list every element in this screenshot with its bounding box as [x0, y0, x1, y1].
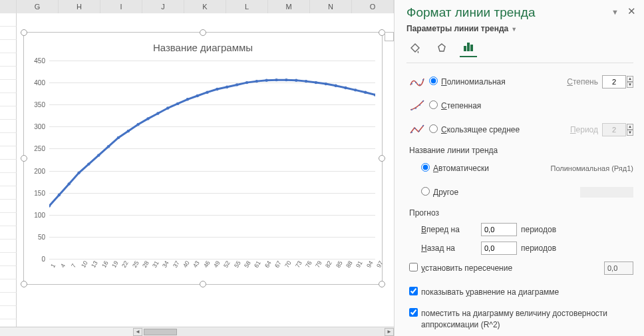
svg-point-31 — [354, 88, 357, 91]
spreadsheet-area: G H I J K L M N O Название диаграммы 050… — [0, 0, 394, 336]
resize-handle[interactable] — [21, 281, 27, 287]
resize-handle[interactable] — [379, 281, 385, 287]
show-r2-label[interactable]: поместить на диаграмму величину достовер… — [421, 308, 633, 331]
spin-up-icon[interactable]: ▲ — [627, 76, 633, 82]
column-headers: G H I J K L M N O — [0, 0, 394, 13]
svg-rect-36 — [470, 45, 473, 51]
show-eq-label[interactable]: показывать уравнение на диаграмме — [421, 287, 633, 297]
col-header[interactable]: O — [352, 0, 394, 13]
svg-point-27 — [315, 81, 317, 84]
power-label[interactable]: Степенная — [441, 101, 633, 110]
show-r2-checkbox[interactable] — [409, 308, 418, 317]
other-name-input[interactable] — [580, 187, 633, 198]
svg-point-11 — [156, 112, 159, 114]
name-auto-radio[interactable] — [421, 163, 430, 172]
poly-label[interactable]: Полиномиальная — [441, 77, 567, 86]
movavg-radio[interactable] — [429, 124, 438, 133]
fill-tab[interactable] — [406, 40, 424, 57]
svg-point-26 — [305, 80, 307, 83]
col-header[interactable]: G — [17, 0, 59, 13]
resize-handle[interactable] — [379, 155, 385, 162]
poly-radio[interactable] — [429, 77, 438, 85]
scroll-right-icon[interactable]: ► — [385, 328, 394, 336]
effects-tab[interactable] — [433, 40, 450, 57]
svg-point-37 — [411, 83, 412, 84]
svg-point-46 — [414, 128, 416, 129]
intercept-checkbox[interactable] — [409, 263, 418, 271]
pane-title: Формат линии тренда — [406, 5, 633, 20]
resize-handle[interactable] — [21, 29, 27, 36]
forecast-section-title: Прогноз — [409, 208, 633, 218]
svg-point-9 — [136, 123, 139, 126]
svg-point-7 — [117, 136, 120, 139]
svg-point-23 — [275, 79, 277, 81]
close-icon[interactable]: ✕ — [627, 5, 636, 17]
svg-point-22 — [265, 79, 267, 82]
pane-subtitle[interactable]: Параметры линии тренда▼ — [406, 24, 633, 33]
svg-point-14 — [186, 98, 189, 100]
col-header[interactable]: L — [226, 0, 268, 13]
svg-point-42 — [415, 108, 416, 109]
col-header[interactable]: N — [310, 0, 352, 13]
movavg-label[interactable]: Скользящее среднее — [441, 125, 570, 134]
period-input — [602, 123, 626, 136]
svg-point-20 — [245, 81, 248, 84]
svg-rect-34 — [464, 46, 466, 51]
x-axis: 1471013161922252831343740434649525558616… — [49, 259, 375, 284]
svg-point-32 — [364, 90, 367, 93]
chart-object[interactable]: Название диаграммы 050100150200250300350… — [23, 32, 383, 285]
svg-point-15 — [196, 94, 199, 97]
svg-point-38 — [415, 82, 416, 83]
y-axis: 050100150200250300350400450 — [24, 61, 48, 257]
svg-point-39 — [419, 84, 420, 85]
plot-area[interactable] — [49, 61, 375, 257]
forward-input[interactable] — [481, 223, 517, 236]
backward-input[interactable] — [481, 242, 517, 255]
show-eq-checkbox[interactable] — [409, 287, 418, 295]
name-auto-label[interactable]: Автоматически — [433, 164, 550, 173]
intercept-label[interactable]: установить пересечение — [421, 263, 604, 273]
svg-point-10 — [146, 117, 149, 120]
col-header[interactable]: I — [100, 0, 142, 13]
svg-point-18 — [226, 86, 228, 88]
power-radio[interactable] — [429, 100, 438, 109]
name-other-radio[interactable] — [421, 187, 430, 196]
col-header[interactable]: J — [142, 0, 184, 13]
spin-down-icon[interactable]: ▼ — [627, 82, 633, 88]
chart-side-buttons — [385, 32, 394, 43]
intercept-input — [604, 261, 633, 275]
svg-point-8 — [127, 130, 130, 132]
svg-point-40 — [422, 79, 424, 81]
scroll-left-icon[interactable]: ◄ — [133, 328, 142, 336]
svg-point-1 — [58, 194, 61, 196]
degree-input[interactable] — [602, 75, 626, 88]
name-other-label[interactable]: Другое — [433, 188, 580, 197]
svg-point-30 — [344, 86, 347, 89]
auto-name-value: Полиномиальная (Ряд1) — [550, 164, 633, 172]
svg-point-29 — [334, 84, 337, 87]
col-header[interactable]: H — [59, 0, 100, 13]
pane-menu-icon[interactable]: ▼ — [611, 8, 619, 16]
horizontal-scrollbar[interactable]: ◄ ► — [0, 327, 394, 336]
svg-point-12 — [166, 106, 169, 109]
svg-rect-35 — [467, 43, 470, 51]
backward-label: Назад на — [421, 244, 481, 253]
col-header[interactable]: M — [268, 0, 310, 13]
resize-handle[interactable] — [200, 29, 206, 36]
chart-title[interactable]: Название диаграммы — [24, 42, 382, 53]
chart-plus-button[interactable] — [385, 32, 394, 41]
svg-point-24 — [285, 79, 287, 81]
svg-point-48 — [422, 125, 424, 126]
format-trendline-pane: ▼ ✕ Формат линии тренда Параметры линии … — [394, 0, 644, 336]
options-tab[interactable] — [460, 40, 477, 57]
svg-point-16 — [206, 90, 208, 93]
col-header[interactable]: K — [184, 0, 226, 13]
scroll-thumb[interactable] — [144, 329, 177, 335]
svg-point-3 — [77, 172, 80, 174]
forward-label: Вперед на — [421, 225, 481, 234]
svg-point-25 — [295, 79, 297, 82]
pane-tabs — [406, 40, 633, 63]
svg-point-21 — [255, 80, 258, 83]
svg-point-45 — [411, 132, 412, 133]
svg-point-2 — [67, 182, 70, 185]
